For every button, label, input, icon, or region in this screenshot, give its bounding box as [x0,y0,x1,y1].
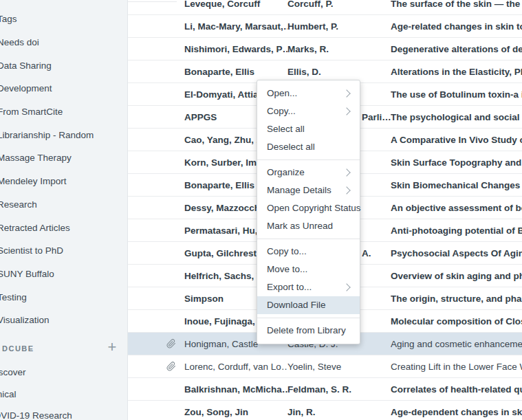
submenu-chevron-icon [342,89,350,97]
sidebar-item-tags[interactable]: Tags [0,8,127,31]
sidebar-item-label: Visualization [0,315,50,325]
sidebar: Tags Needs doi Data Sharing Development … [0,0,128,420]
context-menu-item-label: Deselect all [267,142,315,152]
context-menu-item-export-to-[interactable]: Export to... [257,278,360,296]
authors-cell: Zou, Song, Jin [184,407,287,417]
context-menu-item-select-all[interactable]: Select all [257,120,360,138]
title-cell: The surface of the skin — the mic [391,0,522,9]
submenu-chevron-icon [342,168,350,176]
sidebar-item-label: Clinical [0,389,17,399]
sidebar-item-label: Needs doi [0,37,39,47]
sidebar-item-label: Discover [0,367,26,377]
sidebar-item-data-sharing[interactable]: Data Sharing [0,54,127,77]
sidebar-item-testing[interactable]: Testing [0,285,127,309]
sidebar-item-mendeley-import[interactable]: Mendeley Import [0,170,127,193]
sidebar-item-covid-19-research[interactable]: COVID-19 Research [0,405,127,420]
context-menu-item-label: Download File [267,300,326,310]
editor-cell: Yoelin, Steve [287,362,391,372]
submenu-chevron-icon [342,186,350,194]
sidebar-section-header-label: DCUBE [2,344,34,353]
title-cell: Molecular composition of Clostri [391,316,522,327]
sidebar-item-clinical[interactable]: Clinical [0,383,127,404]
editor-cell: Feldman, S. R. [287,384,391,395]
title-cell: The psychological and social imp [391,112,522,122]
title-cell: Correlates of health-related quali [391,384,522,395]
sidebar-item-scientist-to-phd[interactable]: Scientist to PhD [0,239,127,263]
context-menu-item-copy-[interactable]: Copy... [257,102,360,120]
context-menu-item-move-to-[interactable]: Move to... [257,261,360,278]
context-menu-item-label: Copy to... [267,246,307,256]
sidebar-item-massage-therapy[interactable]: Massage Therapy [0,146,127,170]
table-row[interactable]: Li, Mac-Mary, Marsaut,… Humbert, P. Age-… [128,15,522,38]
editor-cell: Marks, R. [287,44,391,54]
sidebar-item-visualization[interactable]: Visualization [0,309,127,332]
context-menu-item-download-file[interactable]: Download File [257,296,360,314]
sidebar-item-development[interactable]: Development [0,77,127,100]
sidebar-item-from-smartcite[interactable]: From SmartCite [0,100,127,124]
submenu-chevron-icon [342,107,350,115]
sidebar-item-label: Tags [0,14,17,24]
sidebar-collections-list: Tags Needs doi Data Sharing Development … [0,8,127,332]
context-menu-item-label: Manage Details [267,185,331,195]
title-cell: Creating Lift in the Lower Face Wi [391,362,522,372]
context-menu: Open... Copy... Select all Deselect all … [257,80,360,344]
title-cell: Alterations in the Elasticity, Pliabi [391,67,522,77]
submenu-chevron-icon [342,283,350,291]
sidebar-item-label: Mendeley Import [0,176,67,186]
authors-cell: Leveque, Corcuff [184,0,287,9]
context-menu-item-label: Mark as Unread [267,221,333,231]
context-menu-item-open-copyright-status[interactable]: Open Copyright Status [257,199,360,217]
context-menu-item-mark-as-unread[interactable]: Mark as Unread [257,217,360,235]
context-menu-item-open-[interactable]: Open... [257,85,360,102]
sidebar-item-librarianship-random[interactable]: Librarianship - Random [0,123,127,146]
context-menu-item-deselect-all[interactable]: Deselect all [257,138,360,156]
attachment-icon [166,339,176,349]
authors-cell: Balkrishnan, McMicha… [184,384,287,395]
row-gutter [128,339,184,349]
row-gutter [128,362,184,371]
editor-cell: Corcuff, P. [287,0,391,9]
title-cell: An objective assessment of botul [391,203,522,213]
sidebar-item-needs-doi[interactable]: Needs doi [0,31,127,54]
sidebar-readcube-list: Discover Clinical COVID-19 Research [0,362,127,420]
table-row[interactable]: Leveque, Corcuff Corcuff, P. The surface… [128,0,522,15]
sidebar-item-research[interactable]: Research [0,193,127,217]
table-row[interactable]: Lorenc, Corduff, van Lo… Yoelin, Steve C… [128,355,522,378]
title-cell: The origin, structure, and pharma [391,294,522,304]
sidebar-item-label: SUNY Buffalo [0,269,54,279]
editor-cell: Humbert, P. [287,21,391,32]
title-cell: Aging and cosmetic enhancemen [391,339,522,349]
title-cell: Skin Biomechanical Changes afte [391,180,522,190]
context-menu-item-copy-to-[interactable]: Copy to... [257,243,360,261]
table-row[interactable]: Nishimori, Edwards, P… Marks, R. Degener… [128,38,522,60]
title-cell: Skin Surface Topography and Tex [391,157,522,168]
sidebar-item-retracted-articles[interactable]: Retracted Articles [0,216,127,239]
context-menu-item-organize[interactable]: Organize [257,164,360,181]
sidebar-item-label: Massage Therapy [0,153,72,163]
table-row[interactable]: Zou, Song, Jin Jin, R. Age-dependent cha… [128,401,522,420]
title-cell: Age-related changes in skin topo [391,21,522,32]
context-menu-item-label: Select all [267,124,305,134]
sidebar-item-label: Scientist to PhD [0,245,63,256]
context-menu-item-label: Organize [267,167,305,177]
table-row[interactable]: Balkrishnan, McMicha… Feldman, S. R. Cor… [128,378,522,401]
title-cell: Age-dependent changes in skin s [391,407,522,417]
sidebar-item-label: Research [0,199,37,210]
context-menu-item-label: Export to... [267,282,312,292]
title-cell: Psychosocial Aspects Of Aging S [391,248,522,258]
context-menu-item-label: Open... [267,88,297,98]
authors-cell: Li, Mac-Mary, Marsaut,… [184,21,287,32]
add-collection-button[interactable]: + [105,338,120,356]
editor-cell: Jin, R. [287,407,391,417]
sidebar-item-label: Testing [0,292,27,302]
context-menu-item-delete-from-library[interactable]: Delete from Library [257,322,360,340]
sidebar-item-discover[interactable]: Discover [0,362,127,383]
context-menu-divider [257,318,360,318]
context-menu-divider [257,239,360,239]
sidebar-item-label: Development [0,83,52,93]
context-menu-divider [257,159,360,160]
sidebar-item-suny-buffalo[interactable]: SUNY Buffalo [0,263,127,286]
context-menu-item-label: Open Copyright Status [267,203,361,213]
context-menu-item-manage-details[interactable]: Manage Details [257,181,360,199]
sidebar-item-label: From SmartCite [0,107,63,117]
